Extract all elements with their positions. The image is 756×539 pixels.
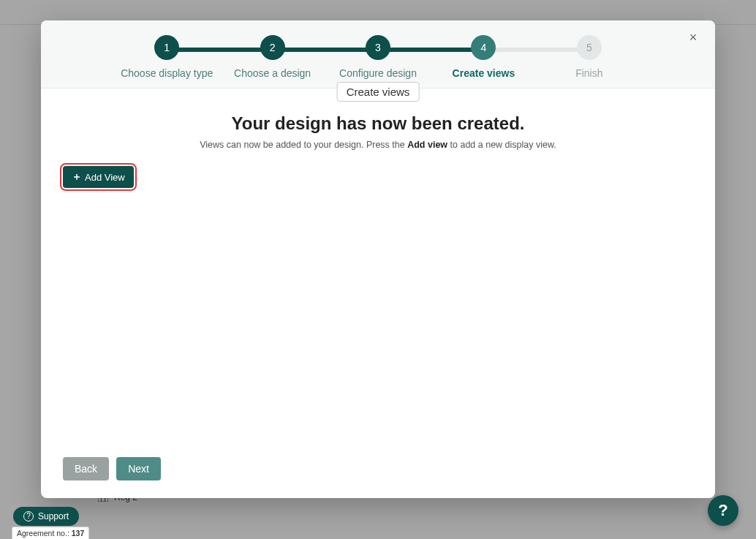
step-label: Finish xyxy=(575,67,602,79)
step-number: 4 xyxy=(471,35,496,60)
step-choose-display-type[interactable]: 1 Choose display type xyxy=(114,35,219,79)
wizard-modal: × 1 Choose display type 2 Choose a desig… xyxy=(41,20,715,498)
subtext-bold: Add view xyxy=(407,140,447,150)
next-button[interactable]: Next xyxy=(116,457,161,480)
wizard-body: Your design has now been created. Views … xyxy=(41,88,715,444)
plus-icon: ＋ xyxy=(72,170,82,184)
wizard-footer: Back Next xyxy=(41,444,715,498)
back-button[interactable]: Back xyxy=(63,457,109,480)
step-label: Configure design xyxy=(339,67,417,79)
wizard-step-header: × 1 Choose display type 2 Choose a desig… xyxy=(41,20,715,88)
subtext-after: to add a new display view. xyxy=(447,140,556,150)
step-number: 5 xyxy=(577,35,602,60)
step-choose-design[interactable]: 2 Choose a design xyxy=(219,35,325,79)
step-configure-design[interactable]: 3 Configure design xyxy=(325,35,431,79)
support-button[interactable]: ? Support xyxy=(13,507,79,526)
help-fab-button[interactable]: ? xyxy=(708,495,738,526)
step-create-views[interactable]: 4 Create views xyxy=(431,35,536,79)
step-number: 3 xyxy=(366,35,390,60)
close-icon[interactable]: × xyxy=(686,31,700,45)
help-icon: ? xyxy=(23,511,34,521)
add-view-button[interactable]: ＋ Add View xyxy=(63,166,134,188)
step-label: Choose a design xyxy=(234,67,311,79)
agreement-value: 137 xyxy=(72,529,85,538)
add-view-label: Add View xyxy=(85,172,125,183)
support-label: Support xyxy=(38,511,69,521)
step-finish: 5 Finish xyxy=(537,35,642,79)
agreement-label: Agreement no.: xyxy=(17,529,72,538)
page-subtext: Views can now be added to your design. P… xyxy=(63,140,693,150)
agreement-number-tag: Agreement no.: 137 xyxy=(12,527,89,539)
step-label: Choose display type xyxy=(121,67,213,79)
step-number: 2 xyxy=(260,35,285,60)
page-title: Your design has now been created. xyxy=(63,113,693,134)
step-number: 1 xyxy=(154,35,179,60)
wizard-steps: 1 Choose display type 2 Choose a design … xyxy=(114,35,642,79)
step-label: Create views xyxy=(453,67,515,79)
subtext-before: Views can now be added to your design. P… xyxy=(200,140,407,150)
